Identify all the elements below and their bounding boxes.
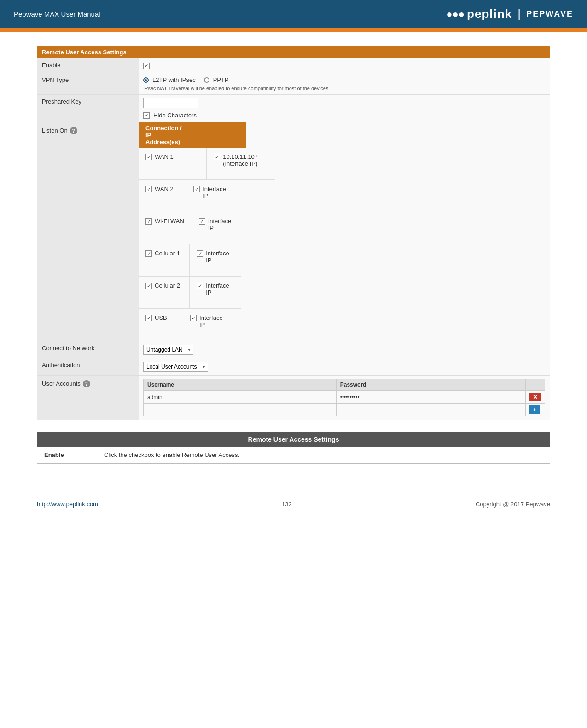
cellular2-label: Cellular 2 <box>155 282 180 289</box>
help-title: Remote User Access Settings <box>37 432 550 447</box>
admin-password: •••••••••• <box>336 391 525 404</box>
user-accounts-value-cell: Username Password admin •••••••••• ✕ <box>139 376 550 420</box>
remote-user-access-settings-box: Remote User Access Settings Enable VPN T… <box>37 46 550 420</box>
wan2-right: Interface IP <box>186 180 234 212</box>
authentication-select[interactable]: Local User Accounts <box>143 362 208 372</box>
empty-password <box>336 404 525 416</box>
wan1-checkbox[interactable] <box>145 154 152 160</box>
connect-to-network-row: Connect to Network Untagged LAN <box>37 341 550 358</box>
delete-cell: ✕ <box>526 391 545 404</box>
user-accounts-label-cell: User Accounts ? <box>37 376 139 420</box>
wan2-ip-checkbox[interactable] <box>193 186 200 192</box>
admin-username: admin <box>144 391 337 404</box>
wan1-label: WAN 1 <box>155 153 174 160</box>
user-accounts-label: User Accounts <box>42 380 81 387</box>
wifi-wan-row: Wi-Fi WAN Interface IP <box>139 212 245 244</box>
settings-box-title: Remote User Access Settings <box>37 46 550 58</box>
action-col-header <box>526 379 545 391</box>
usb-label: USB <box>155 314 167 321</box>
listen-on-help-icon[interactable]: ? <box>70 127 77 134</box>
cellular1-left: Cellular 1 <box>139 244 190 276</box>
cellular1-label: Cellular 1 <box>155 250 180 257</box>
wifi-wan-label: Wi-Fi WAN <box>155 218 184 225</box>
connection-header-row: Connection / IP Address(es) <box>139 122 246 148</box>
help-enable-label: Enable <box>44 451 104 458</box>
pptp-label: PPTP <box>213 76 229 83</box>
hide-chars-row: Hide Characters <box>143 112 197 119</box>
document-title: Pepwave MAX User Manual <box>14 10 100 18</box>
usb-checkbox[interactable] <box>145 315 152 321</box>
cellular1-ip-checkbox[interactable] <box>197 250 203 257</box>
vpn-type-value-cell: L2TP with IPsec PPTP IPsec NAT-Traversal… <box>139 73 550 94</box>
wan2-row: WAN 2 Interface IP <box>139 180 234 212</box>
usb-right: Interface IP <box>183 309 228 341</box>
connect-to-network-select-wrapper[interactable]: Untagged LAN <box>143 345 193 355</box>
enable-label: Enable <box>42 62 60 69</box>
page-content: Remote User Access Settings Enable VPN T… <box>0 32 587 491</box>
wan1-ip-checkbox[interactable] <box>214 154 220 160</box>
wan2-ip: Interface IP <box>203 185 227 199</box>
cellular2-ip: Interface IP <box>206 282 234 296</box>
ip-address-col-header <box>192 122 245 148</box>
cellular2-left: Cellular 2 <box>139 277 190 308</box>
user-table-header: Username Password <box>144 379 545 391</box>
wan1-left: WAN 1 <box>139 148 207 179</box>
username-col-header: Username <box>144 379 337 391</box>
add-user-row: + <box>144 404 545 416</box>
cellular1-checkbox[interactable] <box>145 250 152 257</box>
listen-on-label: Listen On <box>42 127 68 134</box>
help-box: Remote User Access Settings Enable Click… <box>37 432 550 464</box>
footer-copyright: Copyright @ 2017 Pepwave <box>476 501 550 508</box>
wan1-row: WAN 1 10.10.11.107 (Interface IP) <box>139 148 275 180</box>
logo-pepwave: PEPWAVE <box>526 9 573 19</box>
vpn-options: L2TP with IPsec PPTP <box>143 76 229 83</box>
wifi-wan-checkbox[interactable] <box>145 218 152 225</box>
l2tp-label: L2TP with IPsec <box>152 76 196 83</box>
authentication-label: Authentication <box>42 362 80 369</box>
user-accounts-table: Username Password admin •••••••••• ✕ <box>143 379 545 416</box>
delete-user-button[interactable]: ✕ <box>529 393 541 401</box>
cellular2-checkbox[interactable] <box>145 283 152 289</box>
logo-dots: ●●● <box>446 8 465 20</box>
page-footer: http://www.peplink.com 132 Copyright @ 2… <box>0 491 587 517</box>
preshared-key-value-cell: Hide Characters <box>139 95 550 122</box>
l2tp-radio[interactable] <box>143 77 149 83</box>
hide-chars-label: Hide Characters <box>153 112 197 119</box>
vpn-type-row: VPN Type L2TP with IPsec PPTP IPsec NAT-… <box>37 73 550 95</box>
wifi-wan-ip-checkbox[interactable] <box>199 218 205 225</box>
connect-to-network-label: Connect to Network <box>42 345 94 352</box>
help-enable-row: Enable Click the checkbox to enable Remo… <box>37 447 550 463</box>
preshared-key-row: Preshared Key Hide Characters <box>37 95 550 122</box>
add-cell: + <box>526 404 545 416</box>
pptp-radio[interactable] <box>204 77 209 83</box>
password-col-header: Password <box>336 379 525 391</box>
wan2-checkbox[interactable] <box>145 186 152 192</box>
cellular2-ip-checkbox[interactable] <box>197 283 203 289</box>
vpn-type-label-cell: VPN Type <box>37 73 139 94</box>
hide-chars-checkbox[interactable] <box>143 112 150 119</box>
preshared-key-input[interactable] <box>143 98 198 108</box>
wifi-wan-ip: Interface IP <box>208 218 238 231</box>
wan2-left: WAN 2 <box>139 180 186 212</box>
preshared-key-label-cell: Preshared Key <box>37 95 139 122</box>
listen-on-value-cell: Connection / IP Address(es) WAN 1 10.10.… <box>139 122 550 341</box>
user-accounts-help-icon[interactable]: ? <box>83 380 90 387</box>
logo-peplink: peplink <box>467 7 512 21</box>
wan1-ip: 10.10.11.107 (Interface IP) <box>223 153 268 167</box>
usb-row: USB Interface IP <box>139 309 228 341</box>
usb-ip-checkbox[interactable] <box>190 315 197 321</box>
enable-row: Enable <box>37 58 550 73</box>
enable-checkbox[interactable] <box>143 63 150 69</box>
add-user-button[interactable]: + <box>529 405 540 414</box>
help-enable-desc: Click the checkbox to enable Remote User… <box>104 451 543 458</box>
connect-to-network-label-cell: Connect to Network <box>37 341 139 358</box>
authentication-row: Authentication Local User Accounts <box>37 358 550 376</box>
user-accounts-row: User Accounts ? Username Password admin <box>37 376 550 420</box>
cellular1-row: Cellular 1 Interface IP <box>139 244 241 277</box>
authentication-select-wrapper[interactable]: Local User Accounts <box>143 362 208 372</box>
enable-value-cell <box>139 58 550 73</box>
vpn-note: IPsec NAT-Traversal will be enabled to e… <box>143 86 328 91</box>
wan1-right: 10.10.11.107 (Interface IP) <box>207 148 275 179</box>
connect-to-network-select[interactable]: Untagged LAN <box>143 345 193 355</box>
user-table-row: admin •••••••••• ✕ <box>144 391 545 404</box>
